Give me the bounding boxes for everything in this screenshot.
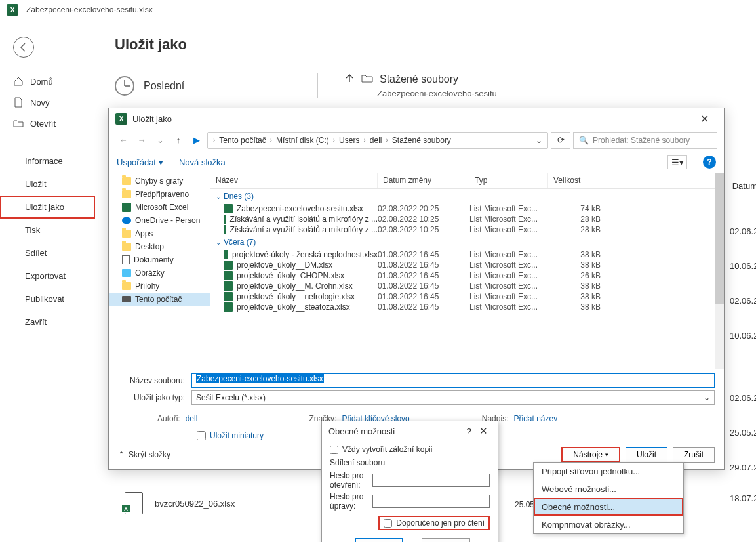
tree-item[interactable]: Předpřipraveno xyxy=(109,188,210,201)
file-row[interactable]: Zabezpeceni-exceloveho-sesitu.xlsx02.08.… xyxy=(210,203,724,214)
organize-button[interactable]: Uspořádat▾ xyxy=(117,157,163,167)
cancel-button[interactable]: Zrušit xyxy=(673,447,715,463)
new-folder-button[interactable]: Nová složka xyxy=(179,157,226,167)
nav-new[interactable]: Nový xyxy=(0,92,95,113)
tree-label: Chyby s grafy xyxy=(135,177,183,186)
save-button[interactable]: Uložit xyxy=(626,447,667,463)
file-date: 01.08.2022 16:45 xyxy=(378,302,469,312)
breadcrumb-dropdown-icon[interactable]: ⌄ xyxy=(536,136,542,145)
file-type: List Microsoft Exc... xyxy=(469,204,548,213)
file-row[interactable]: Získávání a využití isolátů a mikroflóry… xyxy=(210,214,724,224)
readonly-recommended-checkbox[interactable]: Doporučeno jen pro čtení xyxy=(378,516,490,530)
tools-compress-images[interactable]: Komprimovat obrázky... xyxy=(534,516,683,533)
opts-help-button[interactable]: ? xyxy=(462,427,475,436)
file-row[interactable]: Získávání a využití isolátů a mikroflóry… xyxy=(210,224,724,235)
checkbox-icon[interactable] xyxy=(197,431,206,440)
bg-date: 25.05.202 xyxy=(730,425,756,441)
col-size[interactable]: Velikost xyxy=(548,173,607,188)
recent-location[interactable]: Poslední xyxy=(115,73,318,98)
nav-back-button[interactable]: ← xyxy=(115,133,131,148)
nav-open[interactable]: Otevřít xyxy=(0,113,95,134)
nav-close[interactable]: Zavřít xyxy=(0,310,95,333)
tree-item[interactable]: Obrázky xyxy=(109,266,210,280)
scrollbar[interactable] xyxy=(715,173,724,369)
opts-ok-button[interactable]: OK xyxy=(355,538,403,542)
file-name: projektové_úkoly__M. Crohn.xlsx xyxy=(237,281,353,291)
backup-checkbox[interactable]: Vždy vytvořit záložní kopii xyxy=(330,444,490,455)
checkbox-icon[interactable] xyxy=(384,519,392,528)
nav-up-button[interactable]: ↑ xyxy=(170,133,186,148)
file-type: List Microsoft Exc... xyxy=(469,271,548,280)
file-row[interactable]: projektové_úkoly_CHOPN.xlsx01.08.2022 16… xyxy=(210,270,724,281)
tree-item[interactable]: Microsoft Excel xyxy=(109,201,210,214)
dialog-toolbar: Uspořádat▾ Nová složka ☰▾ ? xyxy=(109,152,724,173)
nav-export[interactable]: Exportovat xyxy=(0,264,95,287)
tree-item[interactable]: Chyby s grafy xyxy=(109,175,210,188)
nav-recent-button[interactable]: ⌄ xyxy=(152,133,168,148)
filename-input[interactable]: Zabezpeceni-exceloveho-sesitu.xlsx xyxy=(191,373,715,388)
authors-value[interactable]: dell xyxy=(186,414,198,423)
nav-save[interactable]: Uložit xyxy=(0,173,95,196)
opts-close-button[interactable]: ✕ xyxy=(475,425,491,437)
crumb-3[interactable]: dell xyxy=(370,136,382,145)
crumb-2[interactable]: Users xyxy=(339,136,359,145)
bg-date: 10.06.202 xyxy=(730,258,756,274)
bg-file-row[interactable]: bvzcr050922_06.xlsx xyxy=(125,492,235,514)
col-name[interactable]: Název xyxy=(210,173,378,188)
close-button[interactable]: ✕ xyxy=(691,110,717,128)
file-row[interactable]: projektové_úkoly__DM.xlsx01.08.2022 16:4… xyxy=(210,260,724,270)
folder-tree: Chyby s grafyPředpřipravenoMicrosoft Exc… xyxy=(109,173,210,369)
file-group-header[interactable]: ⌄Včera (7) xyxy=(210,235,724,249)
bg-date-header: Datum xyxy=(732,181,756,191)
crumb-4[interactable]: Stažené soubory xyxy=(392,136,451,145)
help-button[interactable]: ? xyxy=(703,156,716,169)
title-meta-value[interactable]: Přidat název xyxy=(513,414,557,423)
excel-file-icon xyxy=(224,215,226,224)
tools-map-drive[interactable]: Připojit síťovou jednotku... xyxy=(534,463,683,480)
nav-info[interactable]: Informace xyxy=(0,150,95,173)
nav-share[interactable]: Sdílet xyxy=(0,241,95,264)
file-row[interactable]: projektové_úkoly__steatoza.xlsx01.08.202… xyxy=(210,302,724,312)
opts-cancel-button[interactable]: Zrušit xyxy=(422,538,470,542)
tree-item[interactable]: Tento počítač xyxy=(109,293,210,306)
nav-home[interactable]: Domů xyxy=(0,71,95,92)
tree-item[interactable]: Dokumenty xyxy=(109,253,210,266)
doc-icon xyxy=(122,255,130,264)
file-row[interactable]: projektové_úkoly__M. Crohn.xlsx01.08.202… xyxy=(210,281,724,291)
crumb-sep-icon: › xyxy=(386,136,388,144)
nav-print[interactable]: Tisk xyxy=(0,219,95,241)
scrollbar-thumb[interactable] xyxy=(715,173,724,304)
nav-forward-button[interactable]: → xyxy=(134,133,149,148)
password-open-input[interactable] xyxy=(372,474,490,487)
excel-file-icon xyxy=(224,281,233,291)
back-button[interactable] xyxy=(13,37,34,58)
nav-save-as[interactable]: Uložit jako xyxy=(0,196,95,219)
breadcrumb[interactable]: › Tento počítač › Místní disk (C:) › Use… xyxy=(207,132,548,149)
tools-web-options[interactable]: Webové možnosti... xyxy=(534,480,683,498)
file-row[interactable]: projektové_úkoly__nefrologie.xlsx01.08.2… xyxy=(210,291,724,302)
file-row[interactable]: projektové-úkoly - ženská neplodnost.xls… xyxy=(210,249,724,260)
crumb-0[interactable]: Tento počítač xyxy=(219,136,266,145)
opts-titlebar: Obecné možnosti ? ✕ xyxy=(322,421,498,441)
up-level-icon[interactable] xyxy=(344,73,355,85)
tools-general-options[interactable]: Obecné možnosti... xyxy=(534,498,683,516)
crumb-1[interactable]: Místní disk (C:) xyxy=(276,136,329,145)
excel-file-icon xyxy=(224,225,226,234)
tree-item[interactable]: OneDrive - Person xyxy=(109,214,210,227)
password-edit-input[interactable] xyxy=(372,495,490,508)
file-group-header[interactable]: ⌄Dnes (3) xyxy=(210,189,724,203)
tree-item[interactable]: Přílohy xyxy=(109,280,210,293)
nav-publish[interactable]: Publikovat xyxy=(0,287,95,310)
search-input[interactable]: 🔍 Prohledat: Stažené soubory xyxy=(573,132,717,149)
checkbox-icon[interactable] xyxy=(330,446,338,454)
tree-item[interactable]: Apps xyxy=(109,227,210,240)
tools-button[interactable]: Nástroje▾ xyxy=(561,447,620,463)
hide-folders-button[interactable]: ⌃Skrýt složky xyxy=(118,450,170,459)
refresh-button[interactable]: ⟳ xyxy=(551,132,570,149)
col-type[interactable]: Typ xyxy=(469,173,548,188)
filetype-select[interactable]: Sešit Excelu (*.xlsx)⌄ xyxy=(191,390,715,405)
view-mode-button[interactable]: ☰▾ xyxy=(667,155,687,169)
col-date[interactable]: Datum změny xyxy=(378,173,469,188)
file-date: 02.08.2022 20:25 xyxy=(378,204,469,213)
tree-item[interactable]: Desktop xyxy=(109,240,210,253)
